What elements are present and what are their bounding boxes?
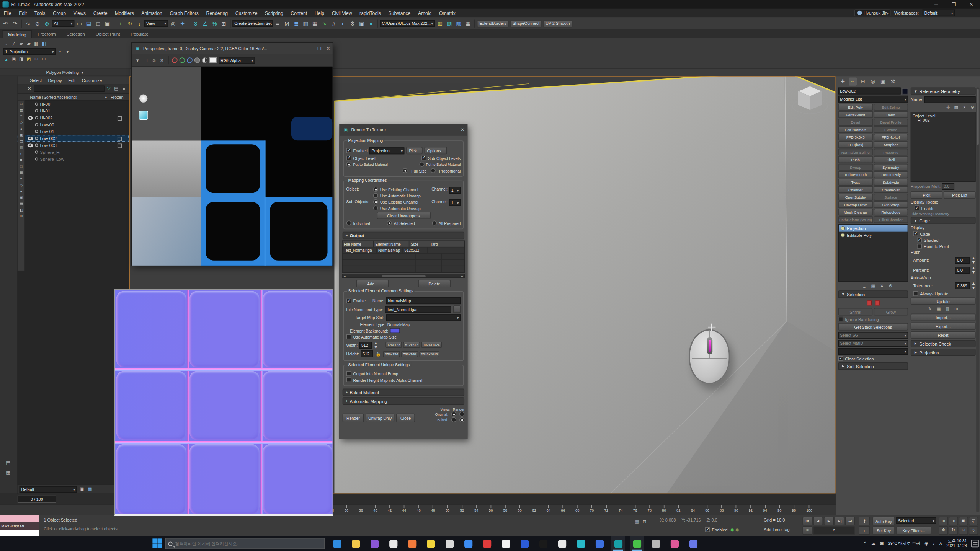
menu-item[interactable]: Omatrix <box>435 10 459 16</box>
macro-recorder-row[interactable] <box>0 515 39 522</box>
output-column-header[interactable]: Size <box>410 241 429 247</box>
minimize-button[interactable]: ─ <box>928 0 945 9</box>
reference-coordinate-dropdown[interactable]: View <box>144 20 168 27</box>
scene-object-row[interactable]: Sphere_Low <box>18 156 129 163</box>
selection-check-rollout-header[interactable]: ►Selection Check <box>911 340 976 347</box>
put-to-baked-left-radio[interactable] <box>346 162 351 167</box>
ribbon-tool-icon-1[interactable]: ▲ <box>3 56 9 62</box>
bind-to-spacewarp-icon[interactable]: ⊕ <box>42 19 51 28</box>
normal-map-preview-window[interactable] <box>114 289 333 516</box>
explorer-settings-icon[interactable]: ▤ <box>113 86 119 92</box>
grow-button[interactable]: Grow <box>874 308 908 316</box>
width-spin-arrows[interactable]: ▲▼ <box>374 341 378 349</box>
tray-expand-icon[interactable]: ⌃ <box>863 541 867 546</box>
rail-icon[interactable]: ◇ <box>20 183 23 187</box>
menu-item[interactable]: Content <box>287 10 311 16</box>
menu-item[interactable]: Arnold <box>414 10 435 16</box>
go-to-end-button[interactable]: ⏭ <box>845 517 855 525</box>
modifier-list-dropdown[interactable]: Modifier List <box>838 96 908 103</box>
ignore-backfacing-checkbox[interactable] <box>838 317 843 322</box>
projection-modifier-dropdown[interactable]: Projection <box>370 147 405 154</box>
green-channel-icon[interactable] <box>180 57 185 63</box>
output-column-header[interactable]: Element Name <box>374 241 410 247</box>
push-amount-spinner[interactable]: 0.0 <box>955 256 970 263</box>
rfw-maximize-button[interactable]: ❐ <box>317 46 321 51</box>
taskbar-clock[interactable]: 오후 10:31 2021-07-28 <box>946 538 967 549</box>
clear-selection-checkbox[interactable] <box>838 356 843 361</box>
target-map-slot-dropdown[interactable] <box>386 314 461 321</box>
modifier-button[interactable]: Edit Normals <box>838 126 873 133</box>
pick-list-icon[interactable]: ▤ <box>953 104 959 111</box>
all-prepared-radio[interactable] <box>432 220 437 225</box>
output-table-row[interactable]: Test_Normal.tgaNormalsMap512x512 <box>343 248 464 254</box>
ribbon-vertex-icon[interactable]: ◦ <box>3 41 9 47</box>
degradation-checkbox[interactable] <box>705 527 710 532</box>
put-to-baked-right-radio[interactable] <box>419 162 424 167</box>
rail-icon[interactable]: ⊞ <box>20 214 23 218</box>
object-use-existing-radio[interactable] <box>373 187 378 192</box>
modifier-button[interactable]: Extrude <box>874 126 908 133</box>
modifier-button[interactable]: Sweep <box>838 164 873 171</box>
clear-image-icon[interactable]: ✕ <box>159 57 165 63</box>
ribbon-tab[interactable]: Populate <box>126 30 153 38</box>
degradation-toggle[interactable]: Enabled: <box>705 527 739 532</box>
taskbar-app-button[interactable] <box>518 536 531 551</box>
ribbon-tab[interactable]: Modeling <box>3 30 32 38</box>
remove-modifier-icon[interactable]: ✕ <box>879 283 885 289</box>
scene-object-row[interactable]: Sphere_Hi <box>18 149 129 156</box>
add-element-button[interactable]: Add... <box>356 280 389 287</box>
menu-item[interactable]: rapidTools <box>356 10 384 16</box>
subobject-channel-spinner[interactable]: 1 <box>449 199 461 206</box>
taskbar-app-button[interactable] <box>686 536 700 551</box>
select-sg-dropdown[interactable]: Select SG <box>838 332 908 339</box>
rail-icon[interactable]: ≡ <box>20 114 23 119</box>
scene-explorer-menu-item[interactable]: Customize <box>79 78 104 82</box>
modifier-button[interactable]: Retopology <box>874 209 908 215</box>
weather-status[interactable]: 29°C 대체로 흐림 <box>888 541 920 546</box>
modifier-button[interactable]: Push <box>838 156 873 163</box>
menu-item[interactable]: Graph Editors <box>166 10 203 16</box>
menu-item[interactable]: Customize <box>232 10 261 16</box>
taskbar-app-button[interactable] <box>536 536 550 551</box>
display-enable-checkbox[interactable] <box>915 205 920 210</box>
vertex-selection-icon[interactable] <box>867 300 872 305</box>
ribbon-tool-icon-5[interactable]: ⊡ <box>33 56 39 62</box>
size-preset-button[interactable]: 128x128 <box>385 342 402 348</box>
modifier-button[interactable]: Turn to Poly <box>874 171 908 178</box>
projection-options-button[interactable]: Options... <box>425 147 447 155</box>
selection-filter-dropdown[interactable]: All <box>52 20 75 27</box>
pick-projection-button[interactable]: Pick... <box>407 147 423 155</box>
modifier-button[interactable]: PathDeform (WSM) <box>838 216 873 223</box>
modifier-stack-quick-dropdown[interactable]: 1: Projection <box>3 48 56 55</box>
auto-map-size-checkbox[interactable] <box>346 334 351 339</box>
rail-icon[interactable]: ≡ <box>20 177 23 181</box>
output-rollout-header[interactable]: −Output <box>343 232 464 240</box>
menu-item[interactable]: Modifiers <box>111 10 137 16</box>
select-and-move-icon[interactable]: + <box>116 19 125 28</box>
taskbar-search-box[interactable] <box>165 538 325 549</box>
subobject-use-auto-radio[interactable] <box>373 205 378 210</box>
projection-rollout-header[interactable]: ►Projection <box>911 349 976 356</box>
taskbar-app-button[interactable] <box>424 536 438 551</box>
menu-item[interactable]: Civil View <box>328 10 356 16</box>
ribbon-object-icon[interactable]: ◧ <box>41 41 47 47</box>
previous-frame-button[interactable]: ◄ <box>813 517 823 525</box>
rail-icon[interactable]: ■ <box>20 158 23 162</box>
toolbar-extra-icon-1[interactable]: ▩ <box>436 19 444 28</box>
taskbar-app-button[interactable] <box>574 536 588 551</box>
taskbar-app-button[interactable] <box>480 536 494 551</box>
spinner-snap-icon[interactable]: ⊞ <box>219 19 228 28</box>
modifier-button[interactable]: Bevel <box>838 119 873 126</box>
size-preset-button[interactable]: 512x512 <box>403 342 420 348</box>
import-button[interactable]: Import... <box>911 314 976 321</box>
ribbon-expand-icon[interactable]: ▾ <box>64 49 70 55</box>
rail-icon[interactable]: ◧ <box>20 208 23 212</box>
tray-cloud-icon[interactable]: ☁ <box>871 541 875 546</box>
ribbon-tool-icon-6[interactable]: ⊟ <box>41 56 47 62</box>
unlink-selection-icon[interactable]: ⊘ <box>33 19 42 28</box>
mouse-3d-object[interactable] <box>689 329 730 384</box>
modifier-stack-item[interactable]: Editable Poly <box>839 232 908 239</box>
menu-item[interactable]: Group <box>49 10 70 16</box>
clone-window-icon[interactable]: ❐ <box>142 57 149 63</box>
proportion-mult-spinner[interactable]: 0.0 <box>942 183 954 190</box>
